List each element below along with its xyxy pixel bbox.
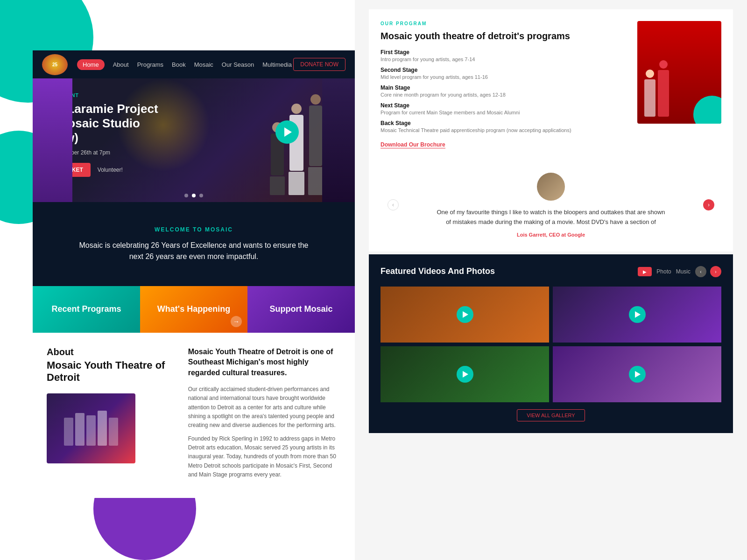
featured-tabs: Photo Music ‹ ›: [638, 266, 721, 277]
featured-section: Featured Videos And Photos Photo Music ‹…: [369, 254, 733, 433]
nav-book[interactable]: Book: [172, 61, 186, 68]
video-thumb-4[interactable]: [553, 346, 721, 402]
hero-section: NEXT EVENT The Laramie Project (A Mosaic…: [33, 78, 355, 202]
nav-home[interactable]: Home: [77, 59, 105, 70]
featured-controls: ‹ ›: [695, 266, 721, 277]
left-panel: 25 Home About Programs Book Mosaic Our S…: [0, 0, 355, 560]
video-grid: [381, 287, 721, 402]
video-thumb-3[interactable]: [381, 346, 549, 402]
play-button[interactable]: [275, 120, 299, 144]
card-arrow-icon: →: [231, 316, 242, 327]
testimonial-next-button[interactable]: ›: [703, 199, 714, 210]
welcome-section: WELCOME TO MOSAIC Mosaic is celebrating …: [33, 202, 355, 286]
hero-side-right: [322, 78, 355, 202]
right-panel: OUR PROGRAM Mosaic youth theatre of detr…: [355, 0, 747, 560]
featured-prev-button[interactable]: ‹: [695, 266, 706, 277]
nav-about[interactable]: About: [113, 61, 129, 68]
nav-our-season[interactable]: Our Season: [222, 61, 254, 68]
about-intro: Mosaic Youth Theatre of Detroit is one o…: [188, 347, 341, 378]
about-right: Mosaic Youth Theatre of Detroit is one o…: [188, 347, 341, 484]
program-item-back-stage: Back Stage Mosaic Technical Theatre paid…: [381, 120, 626, 133]
testimonial-section: ‹ One of my favourite things I like to w…: [369, 159, 733, 252]
about-left: About Mosaic Youth Theatre of Detroit: [47, 347, 174, 484]
testimonial-author: Lois Garrett, CEO at Google: [408, 232, 694, 238]
video-play-3[interactable]: [457, 366, 473, 383]
featured-title: Featured Videos And Photos: [381, 266, 495, 277]
welcome-text: Mosaic is celebrating 26 Years of Excell…: [77, 240, 310, 262]
nav-links: Home About Programs Book Mosaic Our Seas…: [77, 59, 293, 70]
testimonial-text: One of my favourite things I like to wat…: [434, 208, 668, 227]
featured-next-button[interactable]: ›: [710, 266, 721, 277]
dot-3[interactable]: [199, 194, 203, 197]
card-whats-happening[interactable]: What's Happening →: [140, 286, 247, 333]
about-heading-large: Mosaic Youth Theatre of Detroit: [47, 359, 174, 384]
programs-title: Mosaic youth theatre of detroit's progra…: [381, 30, 626, 42]
video-thumb-1[interactable]: [381, 287, 549, 343]
hero-side-left: [33, 78, 72, 202]
video-play-2[interactable]: [629, 306, 646, 323]
volunteer-link[interactable]: Volunteer!: [98, 167, 123, 173]
video-thumb-2[interactable]: [553, 287, 721, 343]
testimonial-prev-button[interactable]: ‹: [388, 199, 399, 210]
program-item-second-stage: Second Stage Mid level program for young…: [381, 67, 626, 80]
donate-button[interactable]: DONATE NOW: [293, 58, 345, 71]
about-image: [47, 393, 135, 463]
cards-row: Recent Programs What's Happening → Suppo…: [33, 286, 355, 333]
dot-1[interactable]: [184, 194, 188, 197]
programs-content: OUR PROGRAM Mosaic youth theatre of detr…: [381, 21, 626, 173]
video-tab-icon[interactable]: [638, 267, 652, 276]
about-section: About Mosaic Youth Theatre of Detroit Mo…: [33, 333, 355, 498]
download-brochure-link[interactable]: Download Our Brochure: [381, 141, 445, 148]
programs-image: [637, 21, 721, 124]
hero-dots: [184, 194, 203, 197]
our-program-label: OUR PROGRAM: [381, 21, 626, 26]
featured-header: Featured Videos And Photos Photo Music ‹…: [381, 266, 721, 277]
nav-multimedia[interactable]: Multimedia: [262, 61, 292, 68]
view-all-gallery-button[interactable]: VIEW ALL GALLERY: [517, 409, 585, 421]
about-image-inner: [47, 393, 135, 463]
testimonial-avatar-inner: [537, 173, 565, 201]
video-play-4[interactable]: [629, 366, 646, 383]
site-logo[interactable]: 25: [42, 54, 68, 75]
program-item-next-stage: Next Stage Program for current Main Stag…: [381, 102, 626, 115]
nav-programs[interactable]: Programs: [137, 61, 163, 68]
testimonial-content: One of my favourite things I like to wat…: [408, 173, 694, 238]
about-body-2: Founded by Rick Sperling in 1992 to addr…: [188, 434, 341, 479]
program-item-first-stage: First Stage Intro program for young arti…: [381, 49, 626, 62]
navbar: 25 Home About Programs Book Mosaic Our S…: [33, 50, 355, 78]
video-play-1[interactable]: [457, 306, 473, 323]
photo-tab[interactable]: Photo: [656, 268, 671, 275]
testimonial-avatar: [537, 173, 565, 201]
music-tab[interactable]: Music: [676, 268, 691, 275]
card-support-mosaic[interactable]: Support Mosaic: [247, 286, 355, 333]
programs-section: OUR PROGRAM Mosaic youth theatre of detr…: [369, 9, 733, 184]
welcome-label: WELCOME TO MOSAIC: [155, 226, 233, 233]
dot-2[interactable]: [192, 194, 196, 197]
card-recent-programs[interactable]: Recent Programs: [33, 286, 140, 333]
about-body-1: Our critically acclaimed student-driven …: [188, 385, 341, 430]
program-item-main-stage: Main Stage Core nine month program for y…: [381, 84, 626, 98]
nav-mosaic[interactable]: Mosaic: [194, 61, 213, 68]
about-heading-small: About: [47, 347, 174, 357]
